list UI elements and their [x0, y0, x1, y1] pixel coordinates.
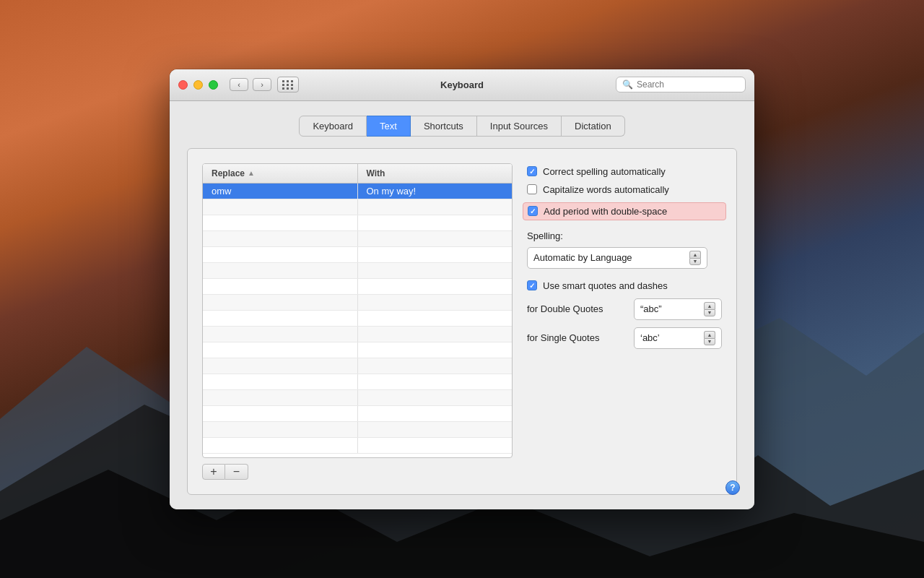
add-period-checkbox[interactable]	[528, 206, 538, 216]
replace-column-header: Replace ▲	[203, 164, 358, 183]
grid-view-button[interactable]	[277, 77, 299, 92]
smart-quotes-label: Use smart quotes and dashes	[543, 280, 668, 291]
search-input[interactable]	[637, 79, 739, 90]
back-button[interactable]: ‹	[230, 78, 248, 91]
substitutions-table: Replace ▲ With omw O	[202, 163, 513, 458]
table-row[interactable]	[203, 215, 512, 231]
replace-cell: omw	[203, 184, 358, 199]
table-row[interactable]	[203, 311, 512, 327]
single-quotes-value: ‘abc’	[640, 332, 660, 343]
capitalize-words-checkbox[interactable]	[527, 184, 537, 194]
table-row[interactable]	[203, 374, 512, 390]
text-substitutions-section: Replace ▲ With omw O	[202, 163, 513, 480]
add-period-label: Add period with double-space	[544, 206, 667, 217]
minimize-button[interactable]	[193, 80, 203, 90]
spelling-up-arrow[interactable]: ▲	[689, 251, 701, 258]
single-quotes-up-arrow[interactable]: ▲	[704, 331, 715, 338]
window-overlay: ‹ › Keyboard 🔍 Keyboard Text	[0, 0, 924, 578]
remove-row-button[interactable]: −	[225, 464, 248, 480]
table-row[interactable]	[203, 295, 512, 311]
traffic-lights	[178, 80, 218, 90]
smart-quotes-section: Use smart quotes and dashes for Double Q…	[527, 280, 722, 349]
add-row-button[interactable]: +	[202, 464, 225, 480]
table-row[interactable]: omw On my way!	[203, 184, 512, 199]
table-row[interactable]	[203, 231, 512, 247]
forward-button[interactable]: ›	[253, 78, 271, 91]
table-row[interactable]	[203, 279, 512, 295]
with-column-header: With	[358, 164, 513, 183]
search-box[interactable]: 🔍	[616, 77, 746, 92]
search-icon: 🔍	[622, 79, 633, 90]
double-quotes-value: “abc”	[640, 303, 662, 314]
table-row[interactable]	[203, 406, 512, 422]
correct-spelling-label: Correct spelling automatically	[543, 166, 666, 177]
main-panel: Replace ▲ With omw O	[187, 148, 737, 495]
single-quotes-stepper[interactable]: ▲ ▼	[704, 331, 715, 345]
maximize-button[interactable]	[209, 80, 218, 90]
smart-quotes-row: Use smart quotes and dashes	[527, 280, 722, 291]
table-row[interactable]	[203, 422, 512, 438]
table-row[interactable]	[203, 263, 512, 279]
spelling-down-arrow[interactable]: ▼	[689, 258, 701, 265]
correct-spelling-row: Correct spelling automatically	[527, 166, 722, 177]
table-row[interactable]	[203, 358, 512, 374]
double-quotes-dropdown[interactable]: “abc” ▲ ▼	[634, 298, 722, 320]
tab-bar: Keyboard Text Shortcuts Input Sources Di…	[187, 116, 737, 137]
tab-text[interactable]: Text	[367, 116, 411, 137]
spelling-stepper[interactable]: ▲ ▼	[689, 251, 701, 265]
grid-icon	[282, 80, 294, 90]
table-row[interactable]	[203, 390, 512, 406]
capitalize-words-row: Capitalize words automatically	[527, 184, 722, 195]
table-body: omw On my way!	[203, 184, 512, 454]
table-row[interactable]	[203, 247, 512, 263]
table-row[interactable]	[203, 327, 512, 342]
table-header: Replace ▲ With	[203, 164, 512, 184]
tab-input-sources[interactable]: Input Sources	[477, 116, 562, 137]
spelling-dropdown[interactable]: Automatic by Language ▲ ▼	[527, 247, 707, 269]
table-row[interactable]	[203, 438, 512, 454]
settings-section: Correct spelling automatically Capitaliz…	[527, 163, 722, 480]
table-row[interactable]	[203, 342, 512, 358]
titlebar: ‹ › Keyboard 🔍	[170, 69, 754, 101]
preferences-window: ‹ › Keyboard 🔍 Keyboard Text	[170, 69, 754, 509]
spelling-section-label: Spelling:	[527, 230, 722, 241]
double-quotes-label: for Double Quotes	[527, 303, 628, 314]
double-quotes-down-arrow[interactable]: ▼	[704, 309, 715, 316]
smart-quotes-checkbox[interactable]	[527, 280, 537, 290]
correct-spelling-checkbox[interactable]	[527, 166, 537, 176]
with-cell: On my way!	[358, 184, 513, 199]
capitalize-words-label: Capitalize words automatically	[543, 184, 669, 195]
table-controls: + −	[202, 464, 513, 480]
table-row[interactable]	[203, 199, 512, 215]
single-quotes-dropdown[interactable]: ‘abc’ ▲ ▼	[634, 327, 722, 349]
window-title: Keyboard	[440, 79, 484, 90]
spelling-dropdown-value: Automatic by Language	[533, 252, 632, 263]
tab-dictation[interactable]: Dictation	[562, 116, 625, 137]
content-area: Keyboard Text Shortcuts Input Sources Di…	[170, 101, 754, 509]
tab-keyboard[interactable]: Keyboard	[299, 116, 367, 137]
help-button[interactable]: ?	[725, 480, 740, 495]
sort-arrow-icon: ▲	[248, 169, 255, 177]
single-quotes-label: for Single Quotes	[527, 332, 628, 343]
tab-shortcuts[interactable]: Shortcuts	[411, 116, 477, 137]
single-quotes-down-arrow[interactable]: ▼	[704, 338, 715, 345]
single-quotes-row: for Single Quotes ‘abc’ ▲ ▼	[527, 327, 722, 349]
double-quotes-up-arrow[interactable]: ▲	[704, 302, 715, 309]
add-period-row: Add period with double-space	[523, 202, 726, 220]
close-button[interactable]	[178, 80, 188, 90]
double-quotes-row: for Double Quotes “abc” ▲ ▼	[527, 298, 722, 320]
nav-buttons: ‹ ›	[230, 78, 271, 91]
double-quotes-stepper[interactable]: ▲ ▼	[704, 302, 715, 316]
